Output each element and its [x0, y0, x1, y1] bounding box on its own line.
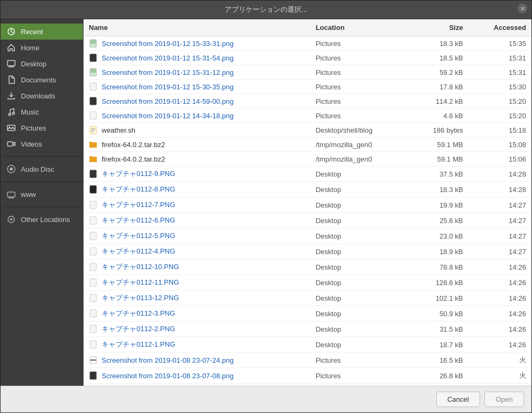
- svg-rect-0: [7, 60, 15, 66]
- sidebar-label-videos: Videos: [21, 140, 42, 148]
- table-row[interactable]: キャプチャ0113-12.PNGDesktop102.1 kB14:26: [83, 290, 531, 306]
- table-row[interactable]: キャプチャ0112-7.PNGDesktop19.9 kB14:27: [83, 197, 531, 213]
- svg-rect-28: [90, 263, 96, 271]
- file-icon: [89, 39, 97, 48]
- svg-rect-12: [90, 54, 96, 62]
- file-icon: [89, 247, 97, 256]
- sidebar-other-locations-label: Other Locations: [21, 216, 70, 224]
- videos-icon: [7, 140, 16, 148]
- svg-rect-17: [90, 112, 96, 119]
- table-row[interactable]: キャプチャ0112-9.PNGDesktop37.5 kB14:28: [83, 166, 531, 182]
- sidebar-item-documents[interactable]: Documents: [1, 72, 83, 88]
- sidebar-label-documents: Documents: [21, 76, 56, 84]
- sidebar: RecentHomeDesktopDocumentsDownloadsMusic…: [1, 19, 83, 386]
- svg-rect-22: [90, 170, 96, 178]
- sidebar-item-www[interactable]: www: [1, 186, 83, 202]
- sidebar-item-downloads[interactable]: Downloads: [1, 88, 83, 104]
- sidebar-label-music: Music: [21, 108, 39, 116]
- col-accessed[interactable]: Accessed: [468, 19, 531, 36]
- close-button[interactable]: ✕: [518, 4, 527, 13]
- file-icon: [89, 140, 97, 149]
- sidebar-label-downloads: Downloads: [21, 92, 55, 100]
- file-icon: [89, 263, 97, 271]
- sidebar-label-audio-disc: Audio Disc: [21, 165, 54, 173]
- svg-rect-11: [90, 40, 96, 44]
- col-size[interactable]: Size: [409, 19, 468, 36]
- table-row[interactable]: キャプチャ0112-10.PNGDesktop78.8 kB14:26: [83, 259, 531, 275]
- disc-icon: [7, 165, 16, 173]
- table-row[interactable]: キャプチャ0112-6.PNGDesktop25.6 kB14:27: [83, 213, 531, 228]
- sidebar-label-recent: Recent: [21, 28, 43, 36]
- svg-rect-5: [7, 142, 13, 146]
- sidebar-item-pictures[interactable]: Pictures: [1, 120, 83, 136]
- file-icon: [89, 82, 97, 91]
- svg-rect-29: [90, 279, 96, 286]
- file-icon: [89, 309, 97, 318]
- table-row[interactable]: キャプチャ0112-5.PNGDesktop23.0 kB14:27: [83, 228, 531, 244]
- file-icon: [89, 185, 97, 194]
- table-row[interactable]: Screenshot from 2019-01-12 14-59-00.pngP…: [83, 94, 531, 109]
- sidebar-item-audio-disc[interactable]: Audio Disc: [1, 161, 83, 177]
- sidebar-label-pictures: Pictures: [21, 124, 46, 132]
- table-row[interactable]: Screenshot from 2019-01-12 15-31-12.pngP…: [83, 65, 531, 80]
- file-icon: [89, 340, 97, 349]
- file-icon: [89, 278, 97, 287]
- file-icon: [89, 170, 97, 178]
- file-tbody: Screenshot from 2019-01-12 15-33-31.pngP…: [83, 36, 531, 386]
- svg-rect-24: [90, 201, 96, 209]
- file-table[interactable]: Name Location Size Accessed Screenshot f…: [83, 19, 531, 386]
- music-icon: [7, 108, 16, 116]
- file-icon: [89, 294, 97, 302]
- dialog-title: アプリケーションの選択...: [225, 5, 307, 13]
- sidebar-item-other-locations[interactable]: Other Locations: [1, 211, 83, 227]
- clock-icon: [7, 27, 16, 36]
- sidebar-item-music[interactable]: Music: [1, 104, 83, 120]
- documents-icon: [7, 75, 16, 84]
- table-row[interactable]: キャプチャ0112-1.PNGDesktop18.7 kB14:26: [83, 337, 531, 353]
- main-area: RecentHomeDesktopDocumentsDownloadsMusic…: [1, 19, 531, 386]
- downloads-icon: [7, 91, 16, 100]
- table-row[interactable]: キャプチャ0112-4.PNGDesktop18.9 kB14:27: [83, 244, 531, 259]
- table-row[interactable]: firefox-64.0.2.tar.bz2/tmp/mozilla_gen05…: [83, 137, 531, 152]
- table-row[interactable]: キャプチャ0112-11.PNGDesktop128.6 kB14:26: [83, 275, 531, 290]
- svg-rect-27: [90, 248, 96, 255]
- file-icon: [89, 97, 97, 105]
- table-row[interactable]: キャプチャ0112-8.PNGDesktop18.3 kB14:28: [83, 182, 531, 197]
- svg-rect-30: [90, 294, 96, 302]
- svg-rect-14: [90, 69, 96, 73]
- table-row[interactable]: Screenshot from 2019-01-12 15-31-54.pngP…: [83, 51, 531, 65]
- svg-rect-16: [90, 97, 96, 105]
- cancel-button[interactable]: Cancel: [436, 392, 480, 407]
- table-row[interactable]: Screenshot from 2019-01-08 23-07-24.pngP…: [83, 353, 531, 368]
- file-icon: [89, 53, 97, 62]
- sidebar-item-videos[interactable]: Videos: [1, 136, 83, 152]
- sidebar-item-home[interactable]: Home: [1, 40, 83, 56]
- svg-point-7: [10, 167, 13, 171]
- file-icon: [89, 68, 97, 77]
- file-icon: [89, 216, 97, 225]
- table-row[interactable]: firefox-64.0.2.tar.bz2/tmp/mozilla_gen05…: [83, 152, 531, 166]
- table-row[interactable]: Screenshot from 2019-01-12 15-33-31.pngP…: [83, 36, 531, 51]
- table-row[interactable]: キャプチャ0112-2.PNGDesktop31.5 kB14:26: [83, 322, 531, 337]
- sidebar-item-recent[interactable]: Recent: [1, 24, 83, 40]
- open-button[interactable]: Open: [484, 392, 524, 407]
- svg-point-1: [9, 113, 11, 116]
- col-name[interactable]: Name: [83, 19, 310, 36]
- table-row[interactable]: キャプチャ0112-3.PNGDesktop50.9 kB14:26: [83, 306, 531, 322]
- sidebar-label-www: www: [21, 190, 36, 198]
- pictures-icon: [7, 124, 16, 132]
- col-location[interactable]: Location: [310, 19, 409, 36]
- table-row[interactable]: Screenshot from 2019-01-12 14-34-18.pngP…: [83, 109, 531, 123]
- sidebar-label-desktop: Desktop: [21, 60, 47, 68]
- network-icon: [7, 190, 16, 198]
- file-icon: [89, 371, 97, 380]
- table-row[interactable]: weather.shDesktop/shell/blog186 bytes15:…: [83, 123, 531, 137]
- table-row[interactable]: Screenshot from 2019-01-12 15-30-35.pngP…: [83, 80, 531, 94]
- table-row[interactable]: Screenshot from 2019-01-08 23-07-08.pngP…: [83, 368, 531, 384]
- home-icon: [7, 43, 16, 52]
- svg-rect-15: [90, 83, 96, 90]
- plus-icon: [7, 215, 16, 224]
- file-icon: [89, 126, 97, 134]
- svg-rect-33: [90, 341, 96, 348]
- sidebar-item-desktop[interactable]: Desktop: [1, 56, 83, 72]
